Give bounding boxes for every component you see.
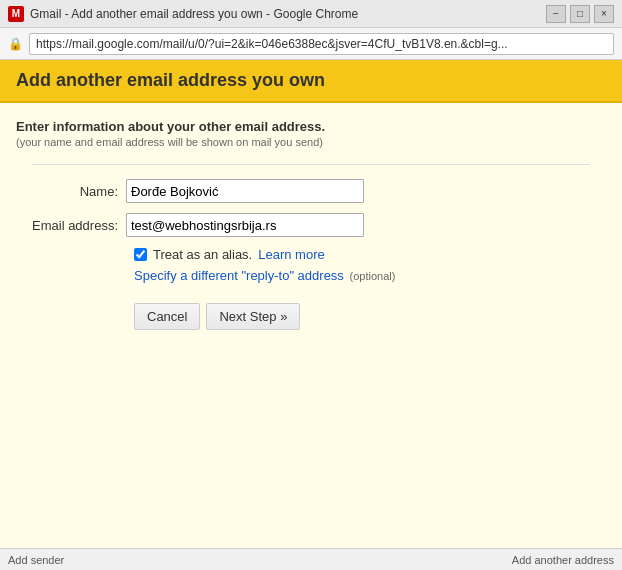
name-input[interactable] <box>126 179 364 203</box>
page-header: Add another email address you own <box>0 60 622 103</box>
button-row: Cancel Next Step » <box>134 303 606 330</box>
lock-icon: 🔒 <box>8 37 23 51</box>
close-button[interactable]: × <box>594 5 614 23</box>
email-input[interactable] <box>126 213 364 237</box>
name-row: Name: <box>26 179 606 203</box>
maximize-button[interactable]: □ <box>570 5 590 23</box>
email-row: Email address: <box>26 213 606 237</box>
page-title: Add another email address you own <box>16 70 606 91</box>
name-label: Name: <box>26 184 126 199</box>
subtitle: Enter information about your other email… <box>16 119 606 134</box>
reply-to-row: Specify a different "reply-to" address (… <box>134 268 606 283</box>
bottom-bar: Add sender Add another address <box>0 548 622 570</box>
title-bar: M Gmail - Add another email address you … <box>0 0 622 28</box>
minimize-button[interactable]: − <box>546 5 566 23</box>
alias-label: Treat as an alias. <box>153 247 252 262</box>
bottom-left-text: Add sender <box>8 554 64 566</box>
address-bar: 🔒 <box>0 28 622 60</box>
bottom-right-text: Add another address <box>512 554 614 566</box>
window-title: Gmail - Add another email address you ow… <box>30 7 546 21</box>
optional-label: (optional) <box>350 270 396 282</box>
next-step-button[interactable]: Next Step » <box>206 303 300 330</box>
alias-checkbox[interactable] <box>134 248 147 261</box>
browser-favicon: M <box>8 6 24 22</box>
window-controls: − □ × <box>546 5 614 23</box>
alias-row: Treat as an alias. Learn more <box>134 247 606 262</box>
main-area: Enter information about your other email… <box>0 103 622 346</box>
cancel-button[interactable]: Cancel <box>134 303 200 330</box>
reply-to-link[interactable]: Specify a different "reply-to" address <box>134 268 344 283</box>
learn-more-link[interactable]: Learn more <box>258 247 324 262</box>
email-label: Email address: <box>26 218 126 233</box>
form: Name: Email address: Treat as an alias. … <box>26 179 606 330</box>
divider <box>32 164 590 165</box>
url-input[interactable] <box>29 33 614 55</box>
page-content: Add another email address you own Enter … <box>0 60 622 570</box>
subtitle-note: (your name and email address will be sho… <box>16 136 606 148</box>
